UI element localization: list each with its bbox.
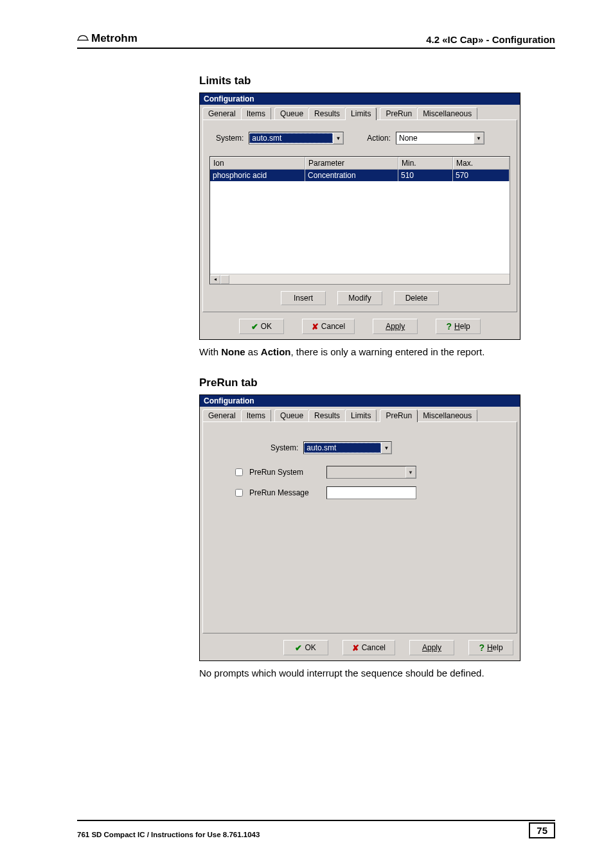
cancel-label: Cancel: [362, 643, 386, 652]
check-icon: ✔: [251, 322, 258, 332]
tab-queue[interactable]: Queue: [274, 409, 309, 421]
table-empty-area: [210, 181, 510, 274]
ok-label: OK: [305, 643, 315, 652]
tab-results[interactable]: Results: [308, 409, 346, 421]
tab-general[interactable]: General: [202, 409, 242, 421]
cell-max: 570: [453, 170, 510, 181]
limits-caption: With None as Action, there is only a war…: [199, 345, 555, 359]
tab-results[interactable]: Results: [308, 107, 346, 120]
help-button[interactable]: ?Help: [436, 319, 481, 334]
brand-text: Metrohm: [91, 32, 138, 45]
page-number: 75: [529, 822, 555, 838]
ok-button[interactable]: ✔OK: [283, 640, 328, 655]
limits-table: Ion Parameter Min. Max. phosphoric acid …: [209, 156, 510, 285]
page-header: Metrohm 4.2 «IC Cap» - Configuration: [77, 32, 555, 49]
col-max[interactable]: Max.: [453, 157, 510, 170]
tab-items[interactable]: Items: [241, 107, 271, 120]
prerun-tab-body: System: ▼ PreRun System ▼ P: [202, 421, 517, 633]
col-parameter[interactable]: Parameter: [305, 157, 398, 170]
help-label: Help: [454, 322, 470, 331]
system-combo[interactable]: ▼: [303, 441, 392, 454]
cancel-button[interactable]: ✘Cancel: [342, 640, 395, 655]
tab-limits[interactable]: Limits: [345, 107, 377, 120]
breadcrumb: 4.2 «IC Cap» - Configuration: [426, 34, 555, 45]
apply-button[interactable]: Apply: [409, 640, 454, 655]
apply-label: Apply: [422, 643, 441, 652]
table-header: Ion Parameter Min. Max.: [210, 157, 510, 170]
limits-dialog: Configuration General Items Queue Result…: [199, 93, 520, 340]
action-combo[interactable]: ▼: [396, 132, 484, 145]
cancel-button[interactable]: ✘Cancel: [302, 319, 355, 334]
system-combo[interactable]: ▼: [249, 132, 344, 145]
tab-items[interactable]: Items: [241, 409, 271, 421]
action-label: Action:: [367, 134, 391, 143]
insert-button[interactable]: Insert: [281, 291, 326, 305]
col-min[interactable]: Min.: [398, 157, 453, 170]
cell-ion: phosphoric acid: [210, 170, 305, 181]
chevron-down-icon[interactable]: ▼: [381, 442, 391, 454]
prerun-caption: No prompts which would interrupt the seq…: [199, 666, 555, 680]
tab-miscellaneous[interactable]: Miscellaneous: [417, 409, 477, 421]
question-icon: ?: [447, 321, 452, 332]
modify-button[interactable]: Modify: [337, 291, 382, 305]
prerun-dialog: Configuration General Items Queue Result…: [199, 394, 520, 661]
footer-text: 761 SD Compact IC / Instructions for Use…: [77, 831, 260, 838]
brand-logo-icon: [77, 33, 89, 42]
prerun-message-checkbox[interactable]: [235, 489, 243, 497]
help-label: Help: [487, 643, 503, 652]
prerun-message-input[interactable]: [326, 486, 416, 499]
help-button[interactable]: ?Help: [468, 640, 513, 655]
system-label: System:: [271, 443, 298, 452]
tab-general[interactable]: General: [202, 107, 242, 120]
cancel-label: Cancel: [321, 322, 345, 331]
dialog-title: Configuration: [200, 395, 520, 407]
system-input[interactable]: [304, 443, 381, 453]
prerun-message-label: PreRun Message: [249, 488, 320, 497]
apply-button[interactable]: Apply: [373, 319, 418, 334]
prerun-system-combo[interactable]: ▼: [326, 466, 416, 479]
chevron-down-icon[interactable]: ▼: [333, 132, 343, 144]
tab-prerun[interactable]: PreRun: [380, 107, 418, 120]
check-icon: ✔: [295, 643, 302, 653]
scroll-thumb[interactable]: [220, 275, 229, 284]
prerun-system-checkbox[interactable]: [235, 468, 243, 476]
limits-tab-heading: Limits tab: [199, 75, 555, 87]
system-label: System:: [216, 134, 244, 143]
col-ion[interactable]: Ion: [210, 157, 305, 170]
tabstrip: General Items Queue Results Limits PreRu…: [200, 407, 520, 421]
x-icon: ✘: [352, 643, 359, 653]
delete-button[interactable]: Delete: [394, 291, 439, 305]
chevron-down-icon[interactable]: ▼: [474, 132, 484, 144]
cell-parameter: Concentration: [305, 170, 398, 181]
tab-prerun[interactable]: PreRun: [380, 409, 418, 422]
table-row[interactable]: phosphoric acid Concentration 510 570: [210, 170, 510, 181]
tab-queue[interactable]: Queue: [274, 107, 309, 120]
question-icon: ?: [479, 642, 484, 653]
x-icon: ✘: [312, 322, 319, 332]
dialog-title: Configuration: [200, 93, 520, 105]
horizontal-scrollbar[interactable]: ◂: [210, 274, 510, 284]
ok-label: OK: [261, 322, 272, 331]
tab-miscellaneous[interactable]: Miscellaneous: [417, 107, 477, 120]
page-footer: 761 SD Compact IC / Instructions for Use…: [77, 820, 555, 838]
system-input[interactable]: [249, 133, 333, 143]
tab-limits[interactable]: Limits: [345, 409, 377, 421]
brand: Metrohm: [77, 32, 138, 45]
ok-button[interactable]: ✔OK: [239, 319, 284, 334]
limits-tab-body: System: ▼ Action: ▼ Ion Paramet: [202, 120, 517, 312]
apply-label: Apply: [386, 322, 405, 331]
prerun-system-label: PreRun System: [249, 468, 320, 477]
tabstrip: General Items Queue Results Limits PreRu…: [200, 105, 520, 120]
scroll-left-icon[interactable]: ◂: [210, 275, 220, 284]
prerun-tab-heading: PreRun tab: [199, 376, 555, 389]
action-input[interactable]: [396, 133, 474, 143]
cell-min: 510: [398, 170, 453, 181]
chevron-down-icon[interactable]: ▼: [405, 466, 416, 478]
